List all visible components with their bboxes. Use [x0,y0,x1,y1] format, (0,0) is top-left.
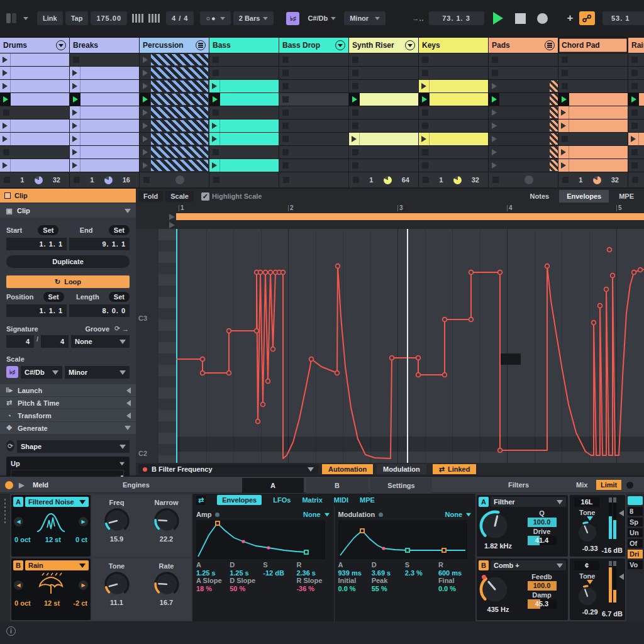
clip-stop-button[interactable] [423,177,429,183]
clip-slot[interactable] [0,106,69,119]
clip-play-icon[interactable] [3,136,8,142]
env-param[interactable]: A939 ms [338,561,372,577]
clip-slot[interactable] [489,93,558,106]
time-signature-field[interactable]: 4 / 4 [166,11,194,25]
link-button[interactable]: Link [37,11,63,25]
clip-playing-icon[interactable] [352,96,357,103]
next-engine-button[interactable]: ▶ [79,580,88,590]
clip-slot[interactable] [419,53,488,66]
loop-position-field[interactable]: 1. 1. 1 [6,304,67,317]
stop-button[interactable] [515,13,526,24]
subtab-matrix[interactable]: Matrix [302,496,322,504]
clip-play-icon[interactable] [631,136,636,142]
quantize-menu[interactable]: 2 Bars [233,11,274,25]
clip-play-icon[interactable] [72,149,77,155]
clip-slot[interactable] [489,80,558,92]
clip-slot[interactable] [628,93,644,106]
chevron-down-icon[interactable] [23,17,28,20]
clip-slot[interactable] [70,146,139,158]
clip-slot[interactable] [489,53,558,66]
clip-play-icon[interactable] [421,83,426,89]
automation-toggle[interactable]: Automation [322,464,373,474]
clip-slot[interactable] [489,159,558,172]
clip-slot[interactable] [349,80,418,92]
start-marker-icon[interactable] [169,222,175,228]
set-end-button[interactable]: Set [109,225,130,235]
scale-badge-icon[interactable]: ♭♯ [6,366,18,378]
clip-play-icon[interactable] [212,83,217,89]
engine-menu[interactable]: Filtered Noise [25,497,89,507]
device-preview-icon[interactable]: ▶ [19,477,24,493]
clip-play-icon[interactable] [72,123,77,129]
partial-clip-fragment[interactable] [550,80,558,92]
regenerate-icon[interactable]: ⟳ [6,440,14,452]
tempo-field[interactable]: 175.00 [91,11,127,25]
clip-stop-button[interactable] [632,177,638,183]
track-status-cell[interactable] [209,172,279,187]
engine-knob[interactable]: Rate16.7 [153,562,180,620]
pan-field[interactable]: 16L [574,497,599,507]
track-header[interactable]: Keys [419,38,488,53]
clip-slot[interactable] [419,133,488,145]
section-launch[interactable]: ‖▸ Launch [0,384,136,396]
clip-play-icon[interactable] [3,83,8,89]
limit-button[interactable]: Limit [596,477,621,493]
scale-fold-button[interactable]: Scale [165,191,194,202]
clip-play-icon[interactable] [72,136,77,142]
clip-slot[interactable] [209,80,279,92]
tab-a[interactable]: A [242,478,304,493]
clip-slot[interactable] [209,159,279,172]
amp-env-mode-menu[interactable]: None [303,511,330,518]
clip-slot[interactable] [140,53,209,66]
tap-tempo-button[interactable]: Tap [65,11,89,25]
clip-play-icon[interactable] [212,123,217,129]
filter-param-slider[interactable]: 100.0 [528,581,557,591]
automation-canvas[interactable]: C3 C2 [136,229,644,463]
clip-slot[interactable] [628,106,644,119]
partial-clip-fragment[interactable] [550,107,558,118]
clip-stop-button[interactable] [4,177,10,183]
track-status-cell[interactable]: 116 [70,172,139,187]
clip-slot[interactable] [279,80,348,92]
clip-playing-icon[interactable] [631,96,636,103]
modulation-toggle[interactable]: Modulation [377,464,426,474]
chevron-circle[interactable] [335,40,345,50]
clip-slot[interactable] [628,80,644,92]
clip-slot[interactable] [70,106,139,119]
start-marker-icon[interactable] [169,214,175,220]
clip-slot[interactable] [349,67,418,79]
clip-slot[interactable] [628,159,644,172]
engine-knob[interactable]: Tone11.1 [104,562,130,620]
clip-slot[interactable] [0,67,69,79]
clip-slot[interactable] [558,146,628,158]
engine-ct-field[interactable]: -2 ct [73,599,87,607]
env-param[interactable] [263,577,296,592]
clip-slot[interactable] [70,93,139,106]
subtab-envelopes[interactable]: Envelopes [217,495,262,505]
clip-slot[interactable] [0,133,69,145]
clip-play-icon[interactable] [561,109,566,116]
clip-slot[interactable] [349,146,418,158]
clip-slot[interactable] [279,53,348,66]
engine-oct-field[interactable]: 0 oct [14,536,31,543]
clip-slot[interactable] [558,133,628,145]
clip-play-icon[interactable] [72,83,77,89]
clip-slot[interactable] [349,119,418,132]
partial-clip-fragment[interactable] [550,147,558,158]
clip-play-icon[interactable] [421,136,426,142]
clip-slot[interactable] [628,133,644,145]
clip-slot[interactable] [70,159,139,172]
scale-root-menu[interactable]: C#/Db [302,11,341,25]
subtab-mpe[interactable]: MPE [360,496,375,504]
clip-play-icon[interactable] [561,162,566,169]
env-param[interactable]: D1.25 s [230,561,263,577]
section-generate[interactable]: ✥ Generate [0,422,136,434]
track-header[interactable]: Chord Pad [558,38,628,53]
track-status-cell[interactable]: 132 [419,172,488,187]
clip-slot[interactable] [0,80,69,92]
clip-slot[interactable] [419,93,488,106]
groove-commit-icon[interactable]: → [121,325,130,333]
clip-slot[interactable] [0,53,69,66]
amp-envelope-graph[interactable] [196,520,325,559]
clip-slot[interactable] [558,93,628,106]
